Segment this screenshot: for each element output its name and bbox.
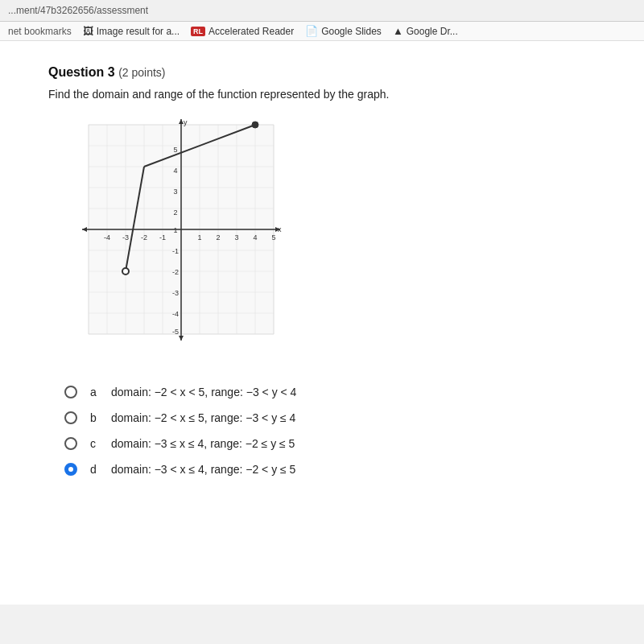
choice-text-a: domain: −2 < x < 5, range: −3 < y < 4 [111,386,296,398]
bookmark-slides-label: Google Slides [321,26,382,37]
choice-text-c: domain: −3 ≤ x ≤ 4, range: −2 ≤ y ≤ 5 [111,437,295,450]
svg-text:3: 3 [234,233,238,242]
answer-choice-d[interactable]: d domain: −3 < x ≤ 4, range: −2 < y ≤ 5 [64,463,596,476]
svg-text:-2: -2 [172,268,179,276]
svg-marker-25 [82,227,87,232]
answer-choice-c[interactable]: c domain: −3 ≤ x ≤ 4, range: −2 ≤ y ≤ 5 [64,437,596,450]
svg-text:-4: -4 [104,233,110,242]
svg-text:-5: -5 [172,328,179,336]
coordinate-graph: -4 -3 -2 -1 1 2 3 4 5 x 5 4 3 2 1 -1 -2 … [64,117,290,358]
graph-container: -4 -3 -2 -1 1 2 3 4 5 x 5 4 3 2 1 -1 -2 … [64,117,290,361]
svg-point-53 [252,122,258,128]
choice-letter-d: d [90,463,98,476]
answer-choice-a[interactable]: a domain: −2 < x < 5, range: −3 < y < 4 [64,386,596,398]
svg-text:x: x [278,225,282,233]
bookmarks-bar: net bookmarks 🖼 Image result for a... RL… [0,22,644,41]
answer-choice-b[interactable]: b domain: −2 < x ≤ 5, range: −3 < y ≤ 4 [64,411,596,424]
bookmark-image-result[interactable]: 🖼 Image result for a... [83,25,180,37]
choice-letter-a: a [90,386,98,398]
radio-b[interactable] [64,411,77,424]
url-bar-area: ...ment/47b3262656/assessment [0,0,644,22]
bookmark-google-drive[interactable]: ▲ Google Dr... [393,25,458,37]
svg-text:1: 1 [197,233,201,242]
radio-d[interactable] [64,463,77,476]
svg-text:y: y [184,118,188,126]
drive-icon: ▲ [393,25,403,37]
rl-badge: RL [191,27,205,36]
choice-text-d: domain: −3 < x ≤ 4, range: −2 < y ≤ 5 [111,463,295,476]
svg-text:-2: -2 [141,233,147,242]
answer-choices: a domain: −2 < x < 5, range: −3 < y < 4 … [64,386,596,476]
svg-text:-3: -3 [172,289,179,297]
choice-letter-c: c [90,437,98,450]
svg-text:5: 5 [173,146,177,154]
svg-text:-4: -4 [172,310,179,318]
svg-text:5: 5 [271,233,275,242]
svg-marker-28 [179,336,184,341]
bookmark-image-label: Image result for a... [97,26,180,37]
svg-text:-1: -1 [172,247,179,255]
svg-text:2: 2 [173,208,177,217]
bookmark-ar-label: Accelerated Reader [208,26,294,37]
question-text: Find the domain and range of the functio… [48,88,596,101]
page-content: Question 3 (2 points) Find the domain an… [0,41,644,605]
bookmark-accelerated-reader[interactable]: RL Accelerated Reader [191,26,294,37]
svg-text:4: 4 [173,167,177,175]
question-number: Question 3 [48,65,115,79]
image-icon: 🖼 [83,25,93,37]
url-display: ...ment/47b3262656/assessment [8,5,148,16]
svg-text:3: 3 [173,188,177,196]
svg-text:1: 1 [173,226,177,234]
bookmark-net[interactable]: net bookmarks [8,26,72,37]
svg-text:-3: -3 [122,233,129,242]
svg-text:4: 4 [253,233,257,242]
bookmark-net-label: net bookmarks [8,26,72,37]
svg-text:-1: -1 [159,233,166,242]
choice-text-b: domain: −2 < x ≤ 5, range: −3 < y ≤ 4 [111,411,295,424]
question-points: (2 points) [118,66,165,79]
radio-a[interactable] [64,386,77,398]
svg-text:2: 2 [216,233,220,242]
radio-c[interactable] [64,437,77,450]
bookmark-google-slides[interactable]: 📄 Google Slides [305,25,382,37]
choice-letter-b: b [90,411,98,424]
svg-point-52 [122,268,129,275]
question-header: Question 3 (2 points) [48,65,596,80]
bookmark-drive-label: Google Dr... [407,26,458,37]
slides-icon: 📄 [305,25,318,37]
